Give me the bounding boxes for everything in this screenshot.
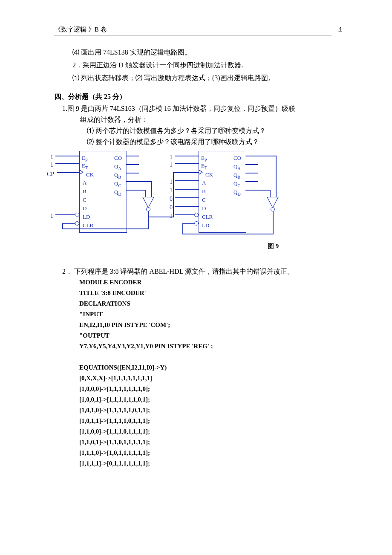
pin-ck-l: CK [86,169,94,180]
q1-sub2: ⑵ 整个计数器的模是多少？该电路采用了哪种级联方式？ [55,136,336,147]
code-line-0: MODULE ENCODER [55,277,336,288]
pin-qd-r: QD [233,187,241,200]
wire [126,190,146,191]
wire [245,181,258,182]
pin-clr-l: CLR [83,220,93,231]
wire [182,234,274,234]
wire [245,164,258,165]
wire [276,156,277,197]
wire [245,173,258,173]
wire [175,197,199,198]
wire [273,211,274,234]
wire [245,156,276,156]
q1-line1: 1.图 9 是由两片 74LS163（同步模 16 加法计数器，同步复位，同步预… [55,103,336,114]
header-rule [54,35,331,35]
wire [175,180,199,181]
wire [175,156,199,156]
figure-9-label: 图 9 [268,240,279,251]
wire [62,223,63,229]
wire [126,156,139,156]
wire [182,223,183,234]
pin-qd-l: QD [114,187,121,200]
wire [175,214,194,215]
wire [62,223,75,224]
wire [175,189,199,190]
q1-sub1: ⑴ 两个芯片的计数模值各为多少？各采用了哪种变模方式？ [55,125,336,136]
code-line-8: EQUATIONS([EN,I2,I1,I0]->Y) [55,362,336,373]
wire [55,156,79,156]
pin-ck-r: CK [205,169,213,180]
pin-ld-r: LD [202,220,209,231]
gate-right-bubble [271,207,275,211]
ck-triangle-r-w [199,171,202,174]
code-line-10: [1,0,0,0]->[1,1,1,1,1,1,1,0]; [55,384,336,394]
sig-1-et-r: 1 [170,159,173,171]
code-line-15: [1,1,0,1]->[1,1,0,1,1,1,1,1]; [55,437,336,448]
wire [145,190,146,197]
wire [62,228,149,229]
wire [151,181,152,197]
code-line-3: "INPUT [55,309,336,320]
wire [245,190,270,191]
wire [126,173,139,173]
item-2: 2．采用正边沿 D 触发器设计一个同步四进制加法计数器。 [55,60,336,71]
bubble-clr-r [194,213,199,217]
code-line-1: TITLE '3:8 ENCODER' [55,288,336,298]
code-line-17: [1,1,1,1]->[0,1,1,1,1,1,1,1]; [55,458,336,469]
wire [126,164,139,165]
wire [57,172,79,173]
gate-left [143,197,153,207]
ck-triangle-l-w [80,171,83,174]
wire [126,181,152,182]
gate-left-bubble [146,207,150,211]
gate-right [268,197,278,207]
circuit-figure-9: EP ET CK A B C D LD CLR CO QA QB QC QD 1… [46,148,327,246]
item-2-sub: ⑴ 列出状态转移表；⑵ 写出激励方程表达式；(3)画出逻辑电路图。 [55,72,336,84]
wire [173,172,174,217]
wire [55,163,79,164]
body: ⑷ 画出用 74LS138 实现的逻辑电路图。 2．采用正边沿 D 触发器设计一… [55,47,336,469]
wire [182,223,194,224]
q1-line2: 组成的计数器，分析： [55,114,336,125]
bubble-ld-r [194,221,199,225]
code-line-9: [0,X,X,X]->[1,1,1,1,1,1,1,1] [55,373,336,384]
code-line-5: "OUTPUT [55,330,336,341]
bubble-ld-l [75,213,79,217]
wire [173,172,199,173]
page-number: 4 [339,26,342,33]
code-line-13: [1,0,1,1]->[1,1,1,1,0,1,1,1]; [55,416,336,426]
code-line-16: [1,1,1,0]->[1,0,1,1,1,1,1,1]; [55,448,336,458]
code-line-14: [1,1,0,0]->[1,1,1,0,1,1,1,1]; [55,426,336,437]
page: 《数字逻辑 》B 卷 4 ⑷ 画出用 74LS138 实现的逻辑电路图。 2．采… [0,0,392,555]
header-title: 《数字逻辑 》B 卷 [55,26,107,34]
sig-clr-r: 1 [170,211,173,222]
wire [148,211,149,228]
code-line-7 [55,352,336,362]
bubble-clr-l [75,221,79,225]
wire [175,206,199,207]
sig-cp-l: CP [47,169,54,180]
code-line-11: [1,0,0,1]->[1,1,1,1,1,1,0,1]; [55,394,336,405]
code-line-4: EN,I2,I1,I0 PIN ISTYPE 'COM'; [55,320,336,330]
sig-1-ld-l: 1 [50,211,53,222]
item-4: ⑷ 画出用 74LS138 实现的逻辑电路图。 [55,47,336,58]
wire [270,190,271,197]
code-line-6: Y7,Y6,Y5,Y4,Y3,Y2,Y1,Y0 PIN ISTYPE 'REG'… [55,341,336,352]
q2-intro: 2． 下列程序是 3:8 译码器的 ABEL-HDL 源文件，请指出其中的错误并… [55,266,336,277]
code-line-12: [1,0,1,0]->[1,1,1,1,1,0,1,1]; [55,405,336,416]
code-line-2: DECLARATIONS [55,298,336,309]
section-4-title: 四、分析题（共 25 分） [55,91,336,102]
wire [175,163,199,164]
